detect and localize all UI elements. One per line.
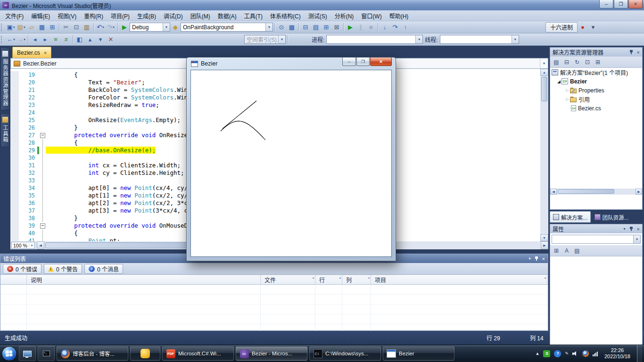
tree-item-bezier[interactable]: ◢C#Bezier [550,77,642,86]
menu-item[interactable]: 文件(F) [1,11,27,21]
err-filter-button[interactable]: ×0 个错误 [3,264,41,274]
thread-combo[interactable]: ▾ [440,35,519,44]
scroll-left-icon[interactable]: ◀ [550,189,557,195]
pinned-monitor-button[interactable] [19,346,36,361]
scroll-right-icon[interactable]: ▶ [541,241,548,249]
properties-window-icon[interactable]: ▤ [311,22,321,33]
menu-item[interactable]: 团队(M) [187,11,214,21]
menu-item[interactable]: 编辑(E) [27,11,54,21]
redo-icon[interactable]: ↷▾ [106,22,116,33]
vs-title-bar[interactable]: ∞ Bezier - Microsoft Visual Studio(管理员) … [0,0,644,10]
pinned-terminal-button[interactable]: >_ [38,346,55,361]
tab-team-explorer[interactable]: 团队资源... [592,212,632,222]
step-out-icon[interactable]: ↑ [400,22,411,33]
toolbar-grip[interactable] [1,24,5,31]
open-file-icon[interactable]: ▱ [26,22,37,33]
debug-config-combo[interactable]: Debug▾ [130,23,170,32]
column-header[interactable]: 说明 [27,275,261,284]
app-title-bar[interactable]: Bezier – ❐ × [187,58,396,70]
se-horizontal-scrollbar[interactable]: ◀ ▶ [550,189,642,195]
solution-explorer-title-bar[interactable]: 解决方案资源管理器 × [550,48,642,57]
view-designer-icon[interactable]: ⊞ [593,58,603,67]
app-minimize-button[interactable]: – [342,58,356,66]
toolbar-options-icon[interactable]: ▾ [588,22,598,33]
se-scroll-thumb[interactable] [558,189,614,194]
navigate-forward-icon[interactable]: →▾ [16,34,26,45]
scroll-right-icon[interactable]: ▶ [636,189,642,195]
menu-item[interactable]: 工具(T) [240,11,266,21]
properties-title-bar[interactable]: 属性 ▾ × [550,224,642,233]
save-all-icon[interactable]: ⊞ [47,22,58,33]
column-header[interactable]: 列▴ [342,275,371,284]
taskbar-button-visual-studio[interactable]: ∞Bezier - Micros... [236,346,307,361]
process-combo[interactable]: ▾ [326,35,423,44]
menu-item[interactable]: 体系结构(C) [266,11,305,21]
im-app-icon[interactable]: S [543,350,550,357]
scroll-up-icon[interactable]: ▲ [540,69,548,76]
show-all-files-icon[interactable]: ⊟ [562,58,571,67]
expander-icon[interactable]: ◢ [556,79,561,84]
spatial-index-combo[interactable]: 空间索引(S)…▾ [244,35,286,44]
add-item-icon[interactable]: ▤▾ [16,22,26,33]
save-icon[interactable]: ▦ [37,22,47,33]
editor-vertical-scrollbar[interactable]: ▲ ▼ [540,69,548,241]
hex-button[interactable]: 十六进制 [545,22,578,33]
menu-item[interactable]: 测试(S) [305,11,331,21]
pin-icon[interactable] [629,50,633,55]
object-combo[interactable]: ▾ [552,235,641,244]
copy-icon[interactable]: ⊡ [71,22,82,33]
categorized-icon[interactable]: ⊞ [552,246,561,255]
close-panel-icon[interactable]: × [542,256,545,262]
undo-icon[interactable]: ↶▾ [95,22,106,33]
object-browser-icon[interactable]: ⊞ [321,22,331,33]
menu-item[interactable]: 重构(R) [80,11,107,21]
record-icon[interactable]: ● [578,22,588,33]
tree-item-properties[interactable]: ▷Properties [550,86,642,95]
start-button[interactable] [0,345,18,362]
bezier-app-window[interactable]: Bezier – ❐ × [186,57,396,261]
close-button[interactable]: × [628,0,643,8]
comment-icon[interactable]: ≡ [50,34,61,45]
combo-dropdown-icon[interactable]: ▾ [633,235,640,243]
break-all-icon[interactable]: ∥ [355,22,366,33]
expander-icon[interactable]: ▷ [565,88,570,92]
view-code-icon[interactable]: ⊡ [583,58,592,67]
pin-icon[interactable] [535,256,538,261]
menu-item[interactable]: 项目(P) [107,11,133,21]
se-properties-icon[interactable]: ▤ [552,58,561,67]
menu-item[interactable]: 调试(D) [160,11,187,21]
pin-icon[interactable] [629,227,633,231]
toolbar-grip[interactable] [1,36,5,43]
menu-item[interactable]: 生成(B) [133,11,160,21]
prev-bookmark-icon[interactable]: ▴ [85,34,95,45]
cut-icon[interactable]: ✂ [61,22,71,33]
zoom-dropdown-icon[interactable]: ▾ [29,244,34,247]
scroll-left-icon[interactable]: ◀ [37,241,44,249]
column-header[interactable]: 行▴ [315,275,342,284]
property-pages-icon[interactable]: ▤ [572,246,582,255]
taskbar-clock[interactable]: 22:26 2022/10/18 [604,347,630,360]
taskbar-button-firefox[interactable]: 博客后台 - 博客... [57,346,128,361]
toggle-bookmark-icon[interactable]: ◧ [74,34,85,45]
menu-item[interactable]: 帮助(H) [386,11,413,21]
volume-icon[interactable] [572,351,578,357]
paste-icon[interactable]: ▥ [82,22,92,33]
platform-icon[interactable]: ◆ [170,22,181,33]
tree-item-bezier-cs[interactable]: C#Bezier.cs [550,104,642,113]
menu-item[interactable]: 分析(N) [331,11,358,21]
decrease-indent-icon[interactable]: ◂ [30,34,40,45]
tab-close-icon[interactable]: × [44,50,47,56]
column-header[interactable]: 文件▴ [261,275,315,284]
window-position-icon[interactable]: ▾ [529,256,531,261]
taskbar-button-cmd[interactable]: C:\C:\Windows\sys... [309,346,381,361]
tab-solution-explorer[interactable]: 解决方案... [550,211,591,222]
toolbox-window-icon[interactable]: ⊠ [331,22,342,33]
column-header[interactable] [0,275,27,284]
taskbar-button-yellow-app[interactable] [130,346,160,361]
pen-input-icon[interactable]: ✎ [565,351,569,356]
run-icon[interactable]: ▶ [345,22,355,33]
taskbar-button-winform[interactable]: Bezier [383,346,454,361]
menu-item[interactable]: 窗口(W) [357,11,385,21]
column-header[interactable]: 项目▴ [371,275,547,284]
app-close-button[interactable]: × [370,58,392,66]
